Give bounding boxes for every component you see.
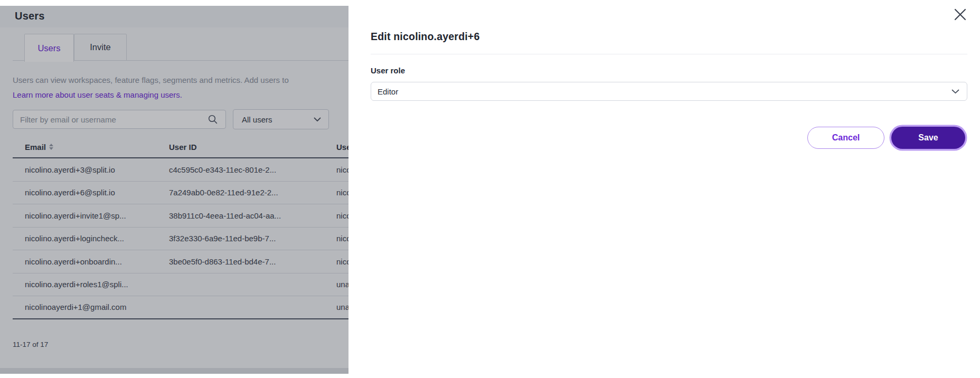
user-role-select[interactable]: Editor [371, 82, 967, 101]
save-button[interactable]: Save [891, 127, 965, 149]
screen: Users Users Invite Users can view worksp… [0, 0, 980, 378]
close-button[interactable] [953, 8, 967, 22]
user-role-label: User role [371, 66, 967, 75]
users-page: Users Users Invite Users can view worksp… [0, 6, 348, 374]
drawer-divider [371, 54, 967, 54]
drawer-actions: Cancel Save [371, 127, 967, 149]
chevron-down-icon [951, 89, 959, 94]
drawer-title: Edit nicolino.ayerdi+6 [371, 31, 967, 43]
edit-user-drawer: Edit nicolino.ayerdi+6 User role Editor … [348, 0, 980, 378]
close-icon [954, 8, 966, 21]
cancel-button[interactable]: Cancel [807, 127, 884, 149]
user-role-value: Editor [378, 87, 951, 96]
modal-backdrop[interactable] [0, 6, 348, 374]
